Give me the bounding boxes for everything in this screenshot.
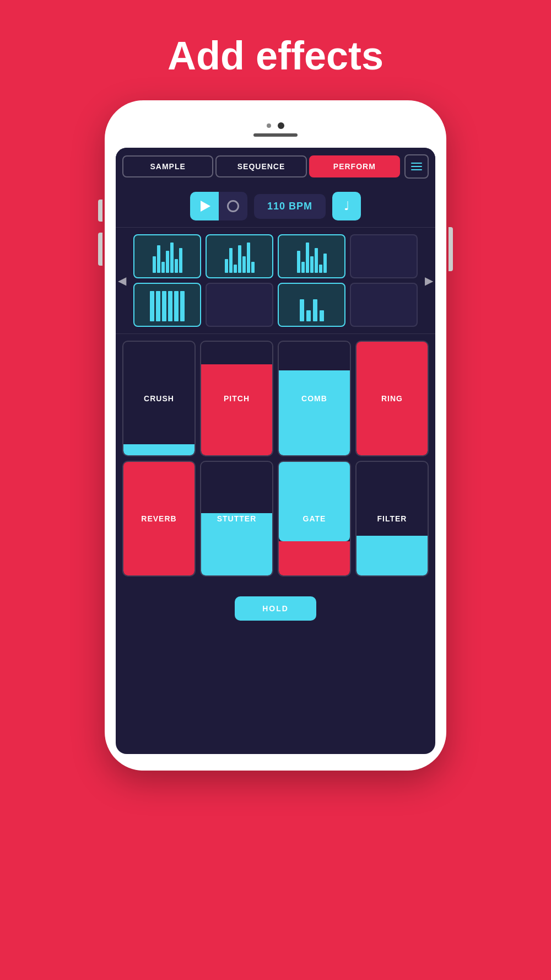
metronome-button[interactable]: ♩ [332,192,361,220]
seq-cell-8[interactable] [350,283,418,327]
hold-button[interactable]: HOLD [235,596,316,621]
nav-tabs: SAMPLE SEQUENCE PERFORM [116,148,435,185]
earpiece-dot [278,122,284,129]
app-screen: SAMPLE SEQUENCE PERFORM [116,148,435,754]
seq-visual-7 [279,284,344,326]
front-camera [267,123,271,128]
gate-fill-red [279,541,350,575]
crush-label: CRUSH [144,394,174,403]
effect-crush[interactable]: CRUSH [122,341,196,456]
side-button-volume-down [98,233,102,266]
comb-fill [279,370,350,456]
tab-sequence[interactable]: SEQUENCE [215,155,306,177]
side-button-power [449,227,453,271]
seq-cell-6[interactable] [206,283,273,327]
crush-fill [123,444,195,455]
menu-line-1 [411,163,422,164]
seq-visual-1 [134,235,200,277]
seq-visual-2 [207,235,272,277]
menu-line-2 [411,166,422,167]
stutter-label: STUTTER [217,514,257,523]
effect-gate[interactable]: GATE [278,461,351,577]
sequence-grid [133,234,418,327]
seq-visual-3 [279,235,344,277]
filter-label: FILTER [377,514,407,523]
play-icon [201,201,210,212]
filter-fill-cyan [356,536,428,575]
seq-cell-7[interactable] [278,283,345,327]
effects-row-2: REVERB STUTTER GATE [122,461,429,577]
effects-row-1: CRUSH PITCH COMB RING [122,341,429,456]
tab-perform[interactable]: PERFORM [309,155,400,177]
effect-filter[interactable]: FILTER [355,461,429,577]
menu-button[interactable] [404,154,429,179]
bpm-display[interactable]: 110 BPM [254,194,326,219]
earpiece-speaker [253,133,298,137]
seq-cell-4[interactable] [350,234,418,278]
seq-visual-5 [134,284,200,326]
sequence-section: ◀ ▶ [116,227,435,333]
stop-button[interactable] [219,192,247,220]
pitch-fill [201,364,272,455]
seq-cell-5[interactable] [133,283,201,327]
hold-btn-container: HOLD [116,588,435,629]
gate-fill-cyan [279,462,350,541]
seq-nav-left[interactable]: ◀ [118,274,126,287]
seq-cell-2[interactable] [206,234,273,278]
effect-comb[interactable]: COMB [278,341,351,456]
ring-label: RING [381,394,403,403]
phone-frame: SAMPLE SEQUENCE PERFORM [105,100,446,771]
seq-nav-right[interactable]: ▶ [425,274,433,287]
tab-sample[interactable]: SAMPLE [122,155,213,177]
effects-section: CRUSH PITCH COMB RING [116,333,435,588]
comb-label: COMB [301,394,327,403]
effect-stutter[interactable]: STUTTER [200,461,273,577]
play-button[interactable] [190,192,219,220]
transport-controls: 110 BPM ♩ [116,185,435,227]
menu-line-3 [411,169,422,170]
seq-cell-3[interactable] [278,234,345,278]
gate-label: GATE [303,514,326,523]
pitch-label: PITCH [224,394,250,403]
side-button-volume-up [98,200,102,222]
reverb-label: REVERB [141,514,176,523]
metronome-icon: ♩ [344,199,349,213]
stop-icon [227,200,239,212]
page-title: Add effects [0,0,551,100]
effect-reverb[interactable]: REVERB [122,461,196,577]
seq-cell-1[interactable] [133,234,201,278]
play-stop-group [190,192,247,220]
effect-ring[interactable]: RING [355,341,429,456]
effect-pitch[interactable]: PITCH [200,341,273,456]
phone-top [116,117,435,148]
